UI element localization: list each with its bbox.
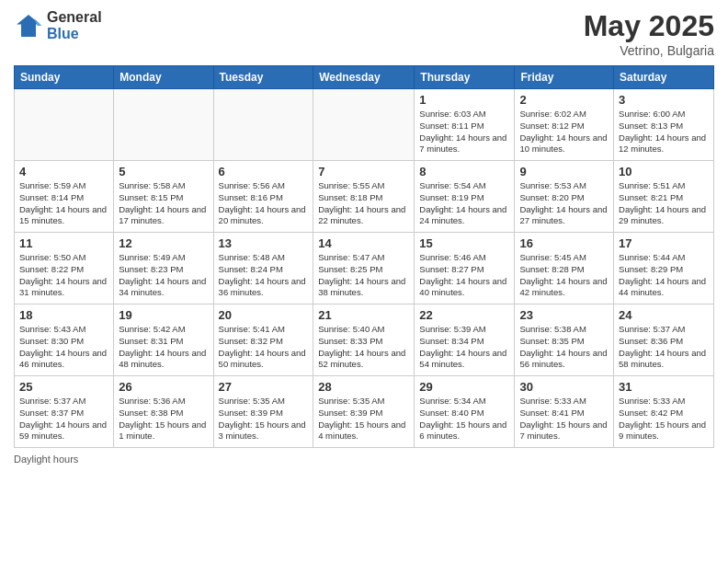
calendar-cell: 25Sunrise: 5:37 AM Sunset: 8:37 PM Dayli…: [15, 376, 114, 448]
cell-day-info: Sunrise: 5:33 AM Sunset: 8:42 PM Dayligh…: [619, 396, 709, 442]
cell-day-number: 30: [519, 380, 609, 394]
svg-marker-0: [17, 15, 40, 37]
week-row-3: 11Sunrise: 5:50 AM Sunset: 8:22 PM Dayli…: [15, 233, 714, 304]
calendar-cell: 1Sunrise: 6:03 AM Sunset: 8:11 PM Daylig…: [415, 89, 515, 161]
title-location: Vetrino, Bulgaria: [584, 43, 714, 58]
cell-day-number: 2: [519, 93, 609, 107]
calendar-cell: 21Sunrise: 5:40 AM Sunset: 8:33 PM Dayli…: [313, 304, 415, 376]
cell-day-info: Sunrise: 5:35 AM Sunset: 8:39 PM Dayligh…: [318, 396, 409, 442]
cell-day-number: 3: [619, 93, 709, 107]
cell-day-info: Sunrise: 5:56 AM Sunset: 8:16 PM Dayligh…: [219, 180, 309, 227]
cell-day-number: 28: [318, 380, 409, 394]
logo-blue: Blue: [47, 26, 102, 42]
cell-day-info: Sunrise: 5:41 AM Sunset: 8:32 PM Dayligh…: [219, 324, 309, 371]
cell-day-number: 25: [19, 380, 108, 394]
daylight-label: Daylight hours: [14, 454, 78, 465]
calendar-cell: 11Sunrise: 5:50 AM Sunset: 8:22 PM Dayli…: [15, 233, 114, 304]
cell-day-number: 21: [318, 308, 409, 322]
calendar-cell: 15Sunrise: 5:46 AM Sunset: 8:27 PM Dayli…: [415, 233, 515, 304]
calendar-cell: 10Sunrise: 5:51 AM Sunset: 8:21 PM Dayli…: [614, 161, 714, 233]
cell-day-number: 7: [318, 165, 409, 178]
calendar-cell: 29Sunrise: 5:34 AM Sunset: 8:40 PM Dayli…: [415, 376, 515, 448]
cell-day-info: Sunrise: 5:44 AM Sunset: 8:29 PM Dayligh…: [619, 252, 709, 299]
calendar-cell: [15, 89, 114, 161]
cell-day-number: 4: [19, 165, 108, 178]
cell-day-number: 20: [219, 308, 309, 322]
page: General Blue May 2025 Vetrino, Bulgaria …: [0, 0, 728, 563]
cell-day-info: Sunrise: 5:36 AM Sunset: 8:38 PM Dayligh…: [119, 396, 208, 442]
cell-day-info: Sunrise: 5:37 AM Sunset: 8:37 PM Dayligh…: [19, 396, 108, 442]
cell-day-number: 15: [419, 236, 509, 250]
calendar-cell: 23Sunrise: 5:38 AM Sunset: 8:35 PM Dayli…: [515, 304, 614, 376]
cell-day-number: 16: [519, 236, 609, 250]
cell-day-info: Sunrise: 5:37 AM Sunset: 8:36 PM Dayligh…: [619, 324, 709, 371]
cell-day-info: Sunrise: 5:50 AM Sunset: 8:22 PM Dayligh…: [19, 252, 108, 299]
cell-day-info: Sunrise: 5:43 AM Sunset: 8:30 PM Dayligh…: [19, 324, 108, 371]
cell-day-number: 12: [119, 236, 208, 250]
title-block: May 2025 Vetrino, Bulgaria: [584, 9, 714, 58]
calendar-cell: 7Sunrise: 5:55 AM Sunset: 8:18 PM Daylig…: [313, 161, 415, 233]
cell-day-info: Sunrise: 5:49 AM Sunset: 8:23 PM Dayligh…: [119, 252, 208, 299]
cell-day-number: 9: [519, 165, 609, 178]
week-row-2: 4Sunrise: 5:59 AM Sunset: 8:14 PM Daylig…: [15, 161, 714, 233]
calendar-cell: [213, 89, 313, 161]
cell-day-number: 14: [318, 236, 409, 250]
calendar-cell: 28Sunrise: 5:35 AM Sunset: 8:39 PM Dayli…: [313, 376, 415, 448]
calendar-body: 1Sunrise: 6:03 AM Sunset: 8:11 PM Daylig…: [15, 89, 714, 448]
cell-day-number: 24: [619, 308, 709, 322]
calendar: SundayMondayTuesdayWednesdayThursdayFrid…: [14, 65, 714, 448]
calendar-cell: 22Sunrise: 5:39 AM Sunset: 8:34 PM Dayli…: [415, 304, 515, 376]
cell-day-number: 8: [419, 165, 509, 178]
calendar-cell: 14Sunrise: 5:47 AM Sunset: 8:25 PM Dayli…: [313, 233, 415, 304]
cell-day-info: Sunrise: 5:34 AM Sunset: 8:40 PM Dayligh…: [419, 396, 509, 442]
cell-day-number: 27: [219, 380, 309, 394]
cell-day-number: 13: [219, 236, 309, 250]
cell-day-info: Sunrise: 5:33 AM Sunset: 8:41 PM Dayligh…: [519, 396, 609, 442]
header: General Blue May 2025 Vetrino, Bulgaria: [14, 9, 714, 58]
cell-day-number: 22: [419, 308, 509, 322]
weekday-header-wednesday: Wednesday: [313, 66, 415, 89]
cell-day-info: Sunrise: 5:45 AM Sunset: 8:28 PM Dayligh…: [519, 252, 609, 299]
calendar-cell: 16Sunrise: 5:45 AM Sunset: 8:28 PM Dayli…: [515, 233, 614, 304]
weekday-header-saturday: Saturday: [614, 66, 714, 89]
cell-day-number: 23: [519, 308, 609, 322]
weekday-header-thursday: Thursday: [415, 66, 515, 89]
weekday-header-tuesday: Tuesday: [213, 66, 313, 89]
cell-day-info: Sunrise: 5:40 AM Sunset: 8:33 PM Dayligh…: [318, 324, 409, 371]
cell-day-info: Sunrise: 5:46 AM Sunset: 8:27 PM Dayligh…: [419, 252, 509, 299]
cell-day-info: Sunrise: 5:47 AM Sunset: 8:25 PM Dayligh…: [318, 252, 409, 299]
cell-day-number: 6: [219, 165, 309, 178]
cell-day-number: 31: [619, 380, 709, 394]
calendar-cell: 20Sunrise: 5:41 AM Sunset: 8:32 PM Dayli…: [213, 304, 313, 376]
weekday-header-friday: Friday: [515, 66, 614, 89]
calendar-cell: 2Sunrise: 6:02 AM Sunset: 8:12 PM Daylig…: [515, 89, 614, 161]
calendar-cell: 6Sunrise: 5:56 AM Sunset: 8:16 PM Daylig…: [213, 161, 313, 233]
calendar-cell: 3Sunrise: 6:00 AM Sunset: 8:13 PM Daylig…: [614, 89, 714, 161]
cell-day-info: Sunrise: 5:39 AM Sunset: 8:34 PM Dayligh…: [419, 324, 509, 371]
week-row-4: 18Sunrise: 5:43 AM Sunset: 8:30 PM Dayli…: [15, 304, 714, 376]
cell-day-info: Sunrise: 5:53 AM Sunset: 8:20 PM Dayligh…: [519, 180, 609, 227]
logo: General Blue: [14, 9, 102, 41]
calendar-cell: 5Sunrise: 5:58 AM Sunset: 8:15 PM Daylig…: [114, 161, 213, 233]
calendar-cell: 19Sunrise: 5:42 AM Sunset: 8:31 PM Dayli…: [114, 304, 213, 376]
calendar-cell: 18Sunrise: 5:43 AM Sunset: 8:30 PM Dayli…: [15, 304, 114, 376]
calendar-cell: 4Sunrise: 5:59 AM Sunset: 8:14 PM Daylig…: [15, 161, 114, 233]
week-row-5: 25Sunrise: 5:37 AM Sunset: 8:37 PM Dayli…: [15, 376, 714, 448]
weekday-header-monday: Monday: [114, 66, 213, 89]
cell-day-info: Sunrise: 5:51 AM Sunset: 8:21 PM Dayligh…: [619, 180, 709, 227]
calendar-cell: 31Sunrise: 5:33 AM Sunset: 8:42 PM Dayli…: [614, 376, 714, 448]
cell-day-number: 11: [19, 236, 108, 250]
cell-day-info: Sunrise: 5:54 AM Sunset: 8:19 PM Dayligh…: [419, 180, 509, 227]
cell-day-info: Sunrise: 5:59 AM Sunset: 8:14 PM Dayligh…: [19, 180, 108, 227]
title-month: May 2025: [584, 9, 714, 43]
cell-day-info: Sunrise: 5:35 AM Sunset: 8:39 PM Dayligh…: [219, 396, 309, 442]
cell-day-number: 17: [619, 236, 709, 250]
cell-day-info: Sunrise: 5:42 AM Sunset: 8:31 PM Dayligh…: [119, 324, 208, 371]
cell-day-number: 29: [419, 380, 509, 394]
footer-note: Daylight hours: [14, 454, 714, 465]
cell-day-number: 5: [119, 165, 208, 178]
calendar-cell: 13Sunrise: 5:48 AM Sunset: 8:24 PM Dayli…: [213, 233, 313, 304]
logo-text: General Blue: [47, 9, 102, 41]
cell-day-info: Sunrise: 5:55 AM Sunset: 8:18 PM Dayligh…: [318, 180, 409, 227]
calendar-cell: [114, 89, 213, 161]
